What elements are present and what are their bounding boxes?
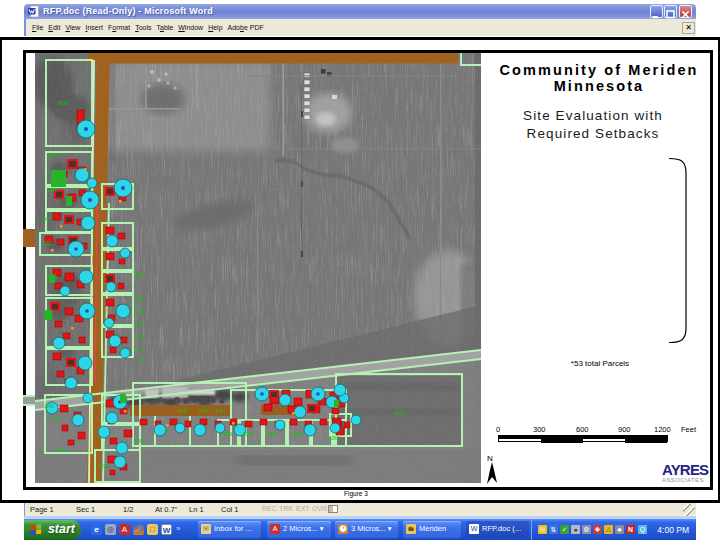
- svg-text:6045: 6045: [178, 409, 189, 414]
- svg-text:1150: 1150: [42, 241, 52, 246]
- svg-text:1137: 1137: [135, 322, 145, 327]
- svg-text:1644: 1644: [47, 188, 58, 193]
- svg-text:1388: 1388: [133, 439, 144, 444]
- svg-text:1040: 1040: [41, 217, 52, 222]
- svg-text:6001: 6001: [394, 411, 405, 416]
- svg-text:1173: 1173: [135, 359, 145, 364]
- svg-text:N: N: [487, 454, 493, 463]
- svg-text:1171: 1171: [135, 347, 145, 352]
- svg-text:1641: 1641: [135, 273, 146, 278]
- svg-text:1607: 1607: [135, 309, 146, 314]
- svg-text:1306: 1306: [56, 448, 67, 453]
- svg-text:6036: 6036: [58, 101, 69, 106]
- svg-text:1319: 1319: [98, 464, 109, 469]
- svg-text:6079: 6079: [243, 432, 254, 437]
- svg-text:6087: 6087: [268, 432, 279, 437]
- svg-text:1270: 1270: [50, 417, 61, 422]
- svg-text:6097: 6097: [293, 432, 304, 437]
- svg-text:1603: 1603: [135, 297, 146, 302]
- svg-text:6051: 6051: [216, 409, 227, 414]
- svg-text:1138: 1138: [135, 335, 145, 340]
- svg-text:1636: 1636: [47, 274, 58, 279]
- svg-text:1640: 1640: [44, 404, 55, 409]
- svg-text:1648: 1648: [47, 153, 58, 158]
- svg-text:6061: 6061: [329, 436, 340, 441]
- svg-text:6049: 6049: [199, 409, 210, 414]
- svg-text:6069: 6069: [222, 432, 233, 437]
